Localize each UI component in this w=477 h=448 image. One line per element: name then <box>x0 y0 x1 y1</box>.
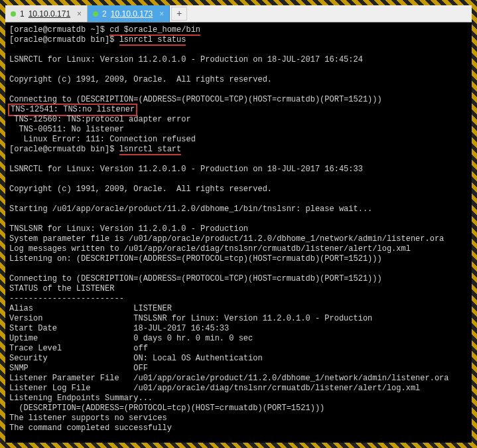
output-line: Trace Level off <box>9 344 148 353</box>
shell-prompt: [oracle@crmuatdb bin]$ <box>9 145 119 154</box>
tab-1[interactable]: 1 10.10.0.171 × <box>5 5 88 22</box>
output-line: Listening on: (DESCRIPTION=(ADDRESS=(PRO… <box>9 254 382 263</box>
command-text: lsnrctl status <box>119 35 186 46</box>
output-line: STATUS of the LISTENER <box>9 284 114 293</box>
tab-bar: 1 10.10.0.171 × 2 10.10.0.173 × + <box>5 5 472 23</box>
output-line: Copyright (c) 1991, 2009, Oracle. All ri… <box>9 75 272 84</box>
output-line: Listener Parameter File /u01/app/oracle/… <box>9 374 449 383</box>
output-line: System parameter file is /u01/app/oracle… <box>9 234 444 244</box>
terminal-window: 1 10.10.0.171 × 2 10.10.0.173 × + [oracl… <box>5 5 472 443</box>
output-line: Start Date 18-JUL-2017 16:45:33 <box>9 324 229 333</box>
close-icon[interactable]: × <box>77 9 82 19</box>
output-line: Version TNSLSNR for Linux: Version 11.2.… <box>9 314 372 323</box>
output-line: Log messages written to /u01/app/oracle/… <box>9 244 411 254</box>
output-line: The listener supports no services <box>9 413 167 423</box>
output-line: TNSLSNR for Linux: Version 11.2.0.1.0 - … <box>9 224 248 234</box>
output-line: Alias LISTENER <box>9 304 172 313</box>
output-line: LSNRCTL for Linux: Version 11.2.0.1.0 - … <box>9 55 363 64</box>
decorative-border: 1 10.10.0.171 × 2 10.10.0.173 × + [oracl… <box>0 0 477 448</box>
terminal-output[interactable]: [oracle@crmuatdb ~]$ cd $oracle_home/bin… <box>5 23 472 443</box>
output-line: Connecting to (DESCRIPTION=(ADDRESS=(PRO… <box>9 274 382 283</box>
command-text: lsnrctl start <box>119 145 182 155</box>
tab-2[interactable]: 2 10.10.0.173 × <box>88 5 170 22</box>
status-dot-icon <box>11 11 16 17</box>
output-line: Connecting to (DESCRIPTION=(ADDRESS=(PRO… <box>9 95 382 104</box>
tab-index: 2 <box>102 9 107 19</box>
output-line: Uptime 0 days 0 hr. 0 min. 0 sec <box>9 334 253 343</box>
output-line: Security ON: Local OS Authentication <box>9 354 263 363</box>
output-line: LSNRCTL for Linux: Version 11.2.0.1.0 - … <box>9 165 363 174</box>
status-dot-icon <box>93 11 98 17</box>
output-line: Linux Error: 111: Connection refused <box>9 135 196 144</box>
tab-label: 10.10.0.171 <box>29 9 70 19</box>
output-line: Listening Endpoints Summary... <box>9 394 153 403</box>
command-text: cd $oracle_home/bin <box>109 25 200 36</box>
output-line: The command completed successfully <box>9 423 172 433</box>
output-line: (DESCRIPTION=(ADDRESS=(PROTOCOL=tcp)(HOS… <box>9 404 324 413</box>
output-line: Copyright (c) 1991, 2009, Oracle. All ri… <box>9 185 272 194</box>
output-line: Starting /u01/app/oracle/product/11.2.0/… <box>9 204 372 214</box>
tab-index: 1 <box>20 9 25 19</box>
output-line: TNS-00511: No listener <box>9 125 124 134</box>
output-line: ------------------------ <box>9 294 124 303</box>
shell-prompt: [oracle@crmuatdb ~]$ <box>9 25 109 35</box>
close-icon[interactable]: × <box>159 9 164 19</box>
output-line: TNS-12560: TNS:protocol adapter error <box>9 115 191 124</box>
shell-prompt: [oracle@crmuatdb bin]$ <box>9 35 119 44</box>
tab-label: 10.10.0.173 <box>111 9 153 19</box>
add-tab-button[interactable]: + <box>171 7 187 21</box>
output-line: SNMP OFF <box>9 364 148 373</box>
output-line: Listener Log File /u01/app/oracle/diag/t… <box>9 384 420 393</box>
